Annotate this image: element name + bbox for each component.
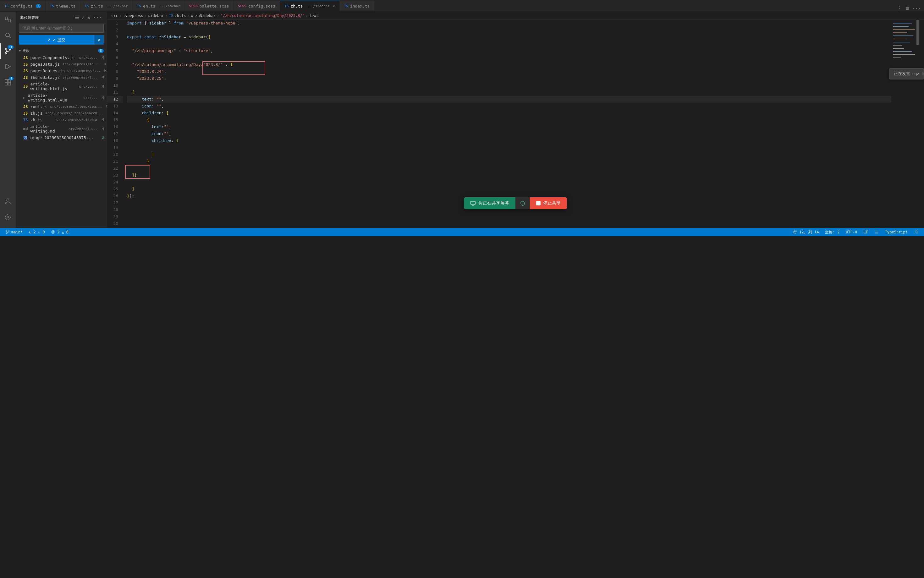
- spaces-status[interactable]: 空格: 2: [824, 230, 841, 235]
- changes-section-left: ▼ 更改: [19, 49, 29, 53]
- list-item[interactable]: JS article-writing.html.js src/vu... M: [16, 81, 107, 92]
- activity-source-control[interactable]: 11: [0, 43, 16, 59]
- ts-icon: TS: [285, 4, 288, 8]
- sharing-text-area: 你正在共享屏幕: [464, 197, 516, 209]
- svg-point-34: [8, 231, 10, 232]
- sync-status[interactable]: ↻ 2 ⚠ 0: [28, 230, 46, 234]
- list-item[interactable]: TS zh.ts src/vuepress/sidebar M: [16, 117, 107, 123]
- code-line-24: [127, 179, 891, 186]
- branch-icon: [6, 230, 10, 234]
- commit-button[interactable]: ✓ ✓ 提交: [19, 35, 94, 45]
- svg-rect-0: [5, 17, 8, 20]
- tab-palette-scss[interactable]: SCSS palette.scss: [185, 1, 234, 11]
- code-line-10: [127, 82, 891, 89]
- shield-icon: [520, 200, 525, 206]
- file-badge: M: [101, 75, 104, 80]
- js-icon: JS: [23, 55, 28, 60]
- ts-icon: TS: [344, 4, 348, 8]
- tab-index-ts[interactable]: TS index.ts: [340, 1, 375, 11]
- svg-point-4: [6, 49, 7, 50]
- line-ending-status[interactable]: LF: [862, 230, 869, 234]
- code-line-3: export const zhSidebar = sidebar({: [127, 34, 891, 41]
- screen-share-icon: [470, 200, 476, 206]
- commit-message-input[interactable]: [19, 24, 104, 32]
- code-editor[interactable]: 1 2 3 4 5 6 7 8 9 10 11 12 13 14 15 16 1: [107, 20, 924, 228]
- stop-sharing-label: 停止共享: [543, 200, 561, 206]
- line-col-status[interactable]: 行 12, 列 14: [792, 230, 820, 235]
- notifications-status[interactable]: [913, 230, 919, 234]
- sharing-text: 你正在共享屏幕: [478, 200, 509, 206]
- sidebar-menu-icon[interactable]: ☰: [75, 15, 79, 20]
- tab-config-scss[interactable]: SCSS config.scss: [234, 1, 280, 11]
- breadcrumb-ts-icon: TS: [169, 13, 173, 18]
- svg-point-35: [6, 233, 7, 234]
- code-line-1: import { sidebar } from "vuepress-theme-…: [127, 20, 891, 27]
- js-icon: JS: [23, 69, 28, 73]
- sidebar-more-icon[interactable]: ···: [93, 15, 102, 20]
- list-item[interactable]: JS pagesData.js src/vuepress/te... M: [16, 61, 107, 68]
- minimap: [891, 20, 919, 228]
- list-item[interactable]: JS themeData.js src/vuepress/t... M: [16, 74, 107, 81]
- filename: zh.ts: [30, 117, 42, 122]
- minimap-svg: [891, 20, 919, 227]
- file-path: src/vuepress/sidebar: [56, 118, 98, 122]
- file-path: src/vuepress/.temp/search...: [45, 111, 103, 115]
- activity-settings[interactable]: [0, 209, 16, 225]
- tab-zh-ts-navbar[interactable]: TS zh.ts .../navbar: [80, 1, 133, 11]
- code-line-12: text: "",: [127, 96, 891, 103]
- sidebar-title: 源代码管理 ☰ ✓ ↻ ···: [16, 11, 107, 22]
- sidebar-check-icon[interactable]: ✓: [82, 15, 85, 20]
- indentation-status[interactable]: [873, 230, 880, 234]
- tab-config-ts[interactable]: TS config.ts 2: [0, 1, 46, 11]
- commit-arrow-button[interactable]: ∨: [94, 35, 104, 45]
- activity-bar: 11 1: [0, 11, 16, 228]
- encoding-status[interactable]: UTF-8: [844, 230, 858, 234]
- split-editor-icon[interactable]: ⋮: [897, 5, 902, 11]
- list-item[interactable]: ◻ article-writing.html.vue src/... M: [16, 92, 107, 103]
- list-item[interactable]: md article-writing.md src/zh/colu... M: [16, 123, 107, 135]
- stop-sharing-button[interactable]: 停止共享: [530, 197, 567, 209]
- tab-zh-ts-sidebar[interactable]: TS zh.ts .../sidebar ✕: [280, 1, 340, 11]
- list-item[interactable]: JS pagesComponents.js src/vu... M: [16, 54, 107, 61]
- tab-en-ts-navbar[interactable]: TS en.ts .../navbar: [133, 1, 185, 11]
- svg-point-15: [7, 216, 9, 218]
- file-badge: M: [101, 55, 104, 60]
- commit-check-icon: ✓: [47, 38, 51, 42]
- branch-status[interactable]: main*: [5, 230, 24, 234]
- list-item[interactable]: JS root.js src/vuepress/.temp/sea... M: [16, 103, 107, 110]
- line-numbers: 1 2 3 4 5 6 7 8 9 10 11 12 13 14 15 16 1: [107, 20, 122, 228]
- tab-theme-ts[interactable]: TS theme.ts: [46, 1, 80, 11]
- list-item[interactable]: JS pagesRoutes.js src/vuepress/... M: [16, 68, 107, 74]
- code-line-15: {: [127, 117, 891, 123]
- filename: pagesData.js: [30, 62, 60, 67]
- breadcrumb-src: src: [111, 13, 118, 18]
- stop-icon: [536, 201, 540, 205]
- status-bar: main* ↻ 2 ⚠ 0 ⓪ 2 △ 0 行 12, 列 14 空格: 2 U…: [0, 228, 924, 236]
- language-status[interactable]: TypeScript: [884, 230, 909, 234]
- layout-icon[interactable]: ⊟: [906, 5, 909, 11]
- activity-account[interactable]: [0, 193, 16, 209]
- file-badge: M: [104, 62, 106, 66]
- more-icon[interactable]: ···: [912, 5, 921, 11]
- sidebar-refresh-icon[interactable]: ↻: [87, 15, 91, 20]
- file-badge: M: [101, 118, 104, 122]
- scss-icon: SCSS: [238, 4, 247, 8]
- activity-extensions[interactable]: 1: [0, 75, 16, 90]
- breadcrumb-sidebar: sidebar: [148, 13, 164, 18]
- tab-close-button[interactable]: ✕: [333, 4, 335, 8]
- svg-rect-22: [893, 39, 906, 39]
- errors-status[interactable]: ⓪ 2 △ 0: [50, 230, 70, 235]
- code-content[interactable]: import { sidebar } from "vuepress-theme-…: [122, 20, 891, 228]
- indent-icon: [874, 230, 879, 234]
- sidebar-title-icons: ☰ ✓ ↻ ···: [75, 15, 102, 20]
- activity-explorer[interactable]: [0, 11, 16, 27]
- filename: zh.js: [30, 111, 42, 115]
- activity-run[interactable]: [0, 59, 16, 75]
- list-item[interactable]: 🖼 image-20230825090143375... U: [16, 135, 107, 141]
- svg-rect-21: [893, 36, 913, 36]
- activity-search[interactable]: [0, 27, 16, 43]
- changes-section-header[interactable]: ▼ 更改 8: [16, 47, 107, 54]
- list-item[interactable]: JS zh.js src/vuepress/.temp/search... M: [16, 110, 107, 117]
- svg-rect-10: [5, 80, 8, 82]
- scrollbar[interactable]: [919, 20, 924, 228]
